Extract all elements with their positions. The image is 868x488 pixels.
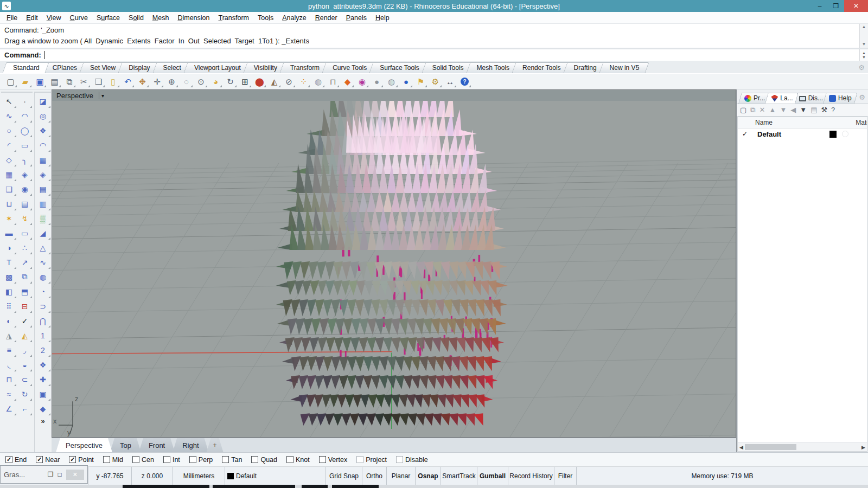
pan-icon[interactable]: ✥ [135,74,150,88]
blend-tool-icon[interactable]: ◑ [1,240,17,255]
rebuild-tool-icon[interactable]: ↻ [17,387,33,401]
command-prompt[interactable]: Command: ▲ ▼ [0,48,868,61]
menu-edit[interactable]: Edit [22,13,42,23]
menu-analyze[interactable]: Analyze [278,13,310,23]
toolbar-tab-set-view[interactable]: Set View [81,62,123,73]
scroll-left-icon[interactable]: ◀ [739,445,743,450]
toolbar-tab-solid-tools[interactable]: Solid Tools [424,62,471,73]
layer-row-default[interactable]: ✓ Default [738,129,867,140]
menu-solid[interactable]: Solid [124,13,148,23]
section-tool-icon[interactable]: ⊟ [17,299,33,313]
scroll-up-icon[interactable]: ▲ [862,24,866,30]
panel-horizontal-scrollbar[interactable]: ◀ ▶ [738,442,867,451]
osnap-checkbox-near[interactable]: ✓ [36,456,43,463]
osnap-checkbox-perp[interactable] [189,456,196,463]
toolbar-tab-cplanes[interactable]: CPlanes [44,62,85,73]
sweep-surface-tool-icon[interactable]: ▥ [35,196,51,211]
layer-material-header[interactable]: Mate [856,119,867,126]
restore-button[interactable]: ❒ [828,0,844,12]
osnap-quad[interactable]: Quad [251,456,277,464]
viewport-layout-icon[interactable]: ⊞ [238,74,252,88]
sweep-1-rail-tool-icon[interactable]: 1 [35,328,51,343]
menu-dimension[interactable]: Dimension [173,13,214,23]
loft-surface-tool-icon[interactable]: ▤ [35,182,51,196]
osnap-near[interactable]: ✓Near [36,456,60,464]
zoom-window-icon[interactable]: ◌ [179,74,194,88]
menu-view[interactable]: View [42,13,66,23]
toolbar-tab-drafting[interactable]: Drafting [565,62,604,73]
edge-surface-tool-icon[interactable]: ◈ [35,167,51,182]
status-gumball[interactable]: Gumball [477,467,508,485]
status-record-history[interactable]: Record History [508,467,554,485]
status-filter[interactable]: Filter [554,467,576,485]
dimension-icon[interactable]: ↔ [443,74,457,88]
ruled-surface-tool-icon[interactable]: ▣ [35,387,51,401]
viewport-canvas[interactable]: zxy [52,101,736,437]
surface-corner-points-tool-icon[interactable]: ◪ [35,94,51,108]
delete-layer-icon[interactable]: ✕ [760,106,765,114]
viewport-title[interactable]: Perspective [56,92,93,100]
zoom-lens-icon[interactable]: ◕ [208,74,223,88]
ellipse-tool-icon[interactable]: ◯ [17,123,33,138]
sphere-rendered-icon[interactable]: ● [399,74,413,88]
menu-surface[interactable]: Surface [92,13,124,23]
scroll-right-icon[interactable]: ▶ [861,445,865,450]
toolbar-tab-render-tools[interactable]: Render Tools [514,62,569,73]
toolbar-tab-mesh-tools[interactable]: Mesh Tools [468,62,517,73]
cone-gray-tool-icon[interactable]: ◮ [1,328,17,343]
spinner-up-icon[interactable]: ▲ [862,51,866,55]
menu-transform[interactable]: Transform [214,13,254,23]
status-memory-use[interactable]: Memory use: 719 MB [576,467,868,485]
scale-tool-icon[interactable]: ↗ [17,255,33,269]
offset-surface-tool-icon[interactable]: ⊃ [35,299,51,313]
menu-curve[interactable]: Curve [66,13,92,23]
paste-icon[interactable]: ▯ [106,74,120,88]
app-icon[interactable]: ∿ [2,2,11,10]
scrollbar-thumb[interactable] [745,444,796,450]
torus-tool-icon[interactable]: ◎ [35,108,51,123]
osnap-project[interactable]: Project [356,456,387,464]
viewport-dropdown-icon[interactable]: ▾ [101,93,104,99]
zoom-extents-icon[interactable]: ⊙ [194,74,208,88]
minimize-button[interactable]: – [812,0,828,12]
offset-tool-icon[interactable]: ≡ [1,343,17,357]
close-button[interactable]: ✕ [844,0,868,12]
rotate-view-icon[interactable]: ↻ [223,74,238,88]
osnap-int[interactable]: Int [163,456,180,464]
padlock-icon[interactable]: ⊓ [326,74,340,88]
spinner-down-icon[interactable]: ▼ [862,55,866,59]
panel-tab-help[interactable]: Help [825,93,856,104]
new-viewport-tab[interactable]: + [207,438,224,452]
curved-patch-tool-icon[interactable]: ◠ [35,138,51,152]
status-millimeters[interactable]: Millimeters [173,467,225,485]
check-tool-icon[interactable]: ✓ [17,313,33,328]
move-icon[interactable]: ✛ [150,74,164,88]
status-ortho[interactable]: Ortho [362,467,386,485]
extract-tool-icon[interactable]: ↯ [17,211,33,226]
osnap-tan[interactable]: Tan [222,456,242,464]
menu-panels[interactable]: Panels [342,13,371,23]
save-icon[interactable]: ▣ [33,74,47,88]
panel-tab-layers[interactable]: La... [767,93,797,104]
status-z-0-000[interactable]: z 0.000 [131,467,173,485]
undo-icon[interactable]: ↶ [120,74,135,88]
length-tool-icon[interactable]: ⌐ [17,401,33,416]
layer-current-check-icon[interactable]: ✓ [742,130,748,138]
osnap-checkbox-disable[interactable] [396,456,403,463]
toolbar-tab-display[interactable]: Display [120,62,157,73]
lightbulb-icon[interactable]: ◍ [311,74,326,88]
polygon-tool-icon[interactable]: ◇ [1,152,17,167]
perspective-viewport[interactable]: Perspective ▾ zxy [52,89,736,438]
new-file-icon[interactable]: ▢ [3,74,18,88]
toolbar-tab-viewport-layout[interactable]: Viewport Layout [186,62,248,73]
osnap-mid[interactable]: Mid [103,456,123,464]
menu-file[interactable]: File [2,13,22,23]
osnap-checkbox-vertex[interactable] [319,456,326,463]
point-tool-icon[interactable]: · [17,94,33,108]
extrude-tool-icon[interactable]: ⬒ [17,284,33,299]
cut-icon[interactable]: ✂ [76,74,91,88]
command-history-scrollbar[interactable]: ▲ ▼ [859,24,868,48]
selection-filter-icon[interactable]: ⁘ [296,74,311,88]
export-icon[interactable]: ⧉ [62,74,76,88]
menu-mesh[interactable]: Mesh [148,13,174,23]
